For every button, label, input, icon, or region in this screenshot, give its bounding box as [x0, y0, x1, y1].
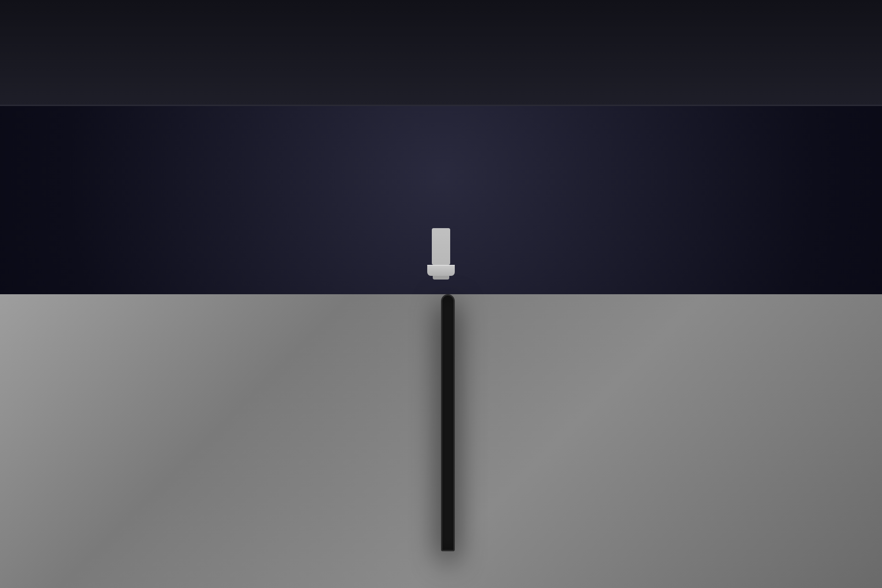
laptop-base: [427, 265, 455, 276]
laptop-keyboard: [432, 228, 450, 265]
laptop-screen-outer: W + ✏ ↺ ↻ ℹ: [441, 294, 455, 551]
background-shelf: [0, 0, 882, 106]
